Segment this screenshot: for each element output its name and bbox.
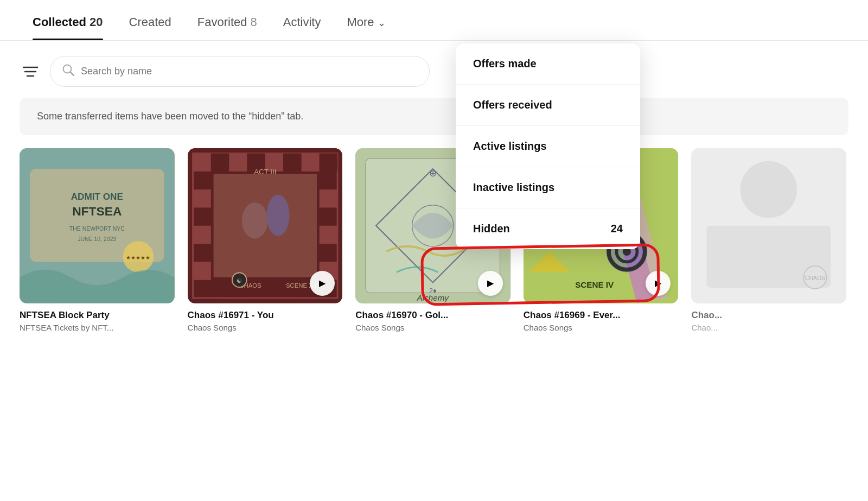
info-banner: Some transferred items have been moved t… [20, 98, 848, 135]
svg-rect-18 [301, 154, 319, 172]
svg-line-4 [71, 72, 74, 76]
play-button-4[interactable]: ▶ [646, 271, 671, 296]
nft-card-5[interactable]: CHAOS Chao... Chao... [691, 148, 846, 332]
tab-more-label: More [347, 15, 374, 29]
nft-card-2[interactable]: ACT III CHAOS SCENE XII ☯ ▶ Chaos #16971… [188, 148, 343, 332]
offers-received-label: Offers received [473, 99, 552, 111]
tab-activity-label: Activity [283, 15, 321, 29]
svg-rect-19 [210, 154, 228, 172]
svg-text:ACT III: ACT III [254, 168, 276, 176]
nav-tabs: Collected20 Created Favorited8 Activity … [0, 0, 868, 41]
nft-card-1[interactable]: ADMIT ONE NFTSEA THE NEWPORT NYC JUNE 10… [20, 148, 175, 332]
svg-rect-21 [283, 154, 301, 172]
svg-rect-15 [193, 154, 210, 172]
svg-rect-22 [319, 154, 337, 172]
dropdown-item-inactive-listings[interactable]: Inactive listings [456, 167, 640, 208]
svg-text:NFTSEA: NFTSEA [72, 204, 122, 218]
dropdown-item-offers-received[interactable]: Offers received [456, 85, 640, 126]
tab-created[interactable]: Created [116, 0, 184, 40]
svg-text:THE NEWPORT NYC: THE NEWPORT NYC [69, 226, 125, 232]
search-icon [62, 64, 74, 79]
tab-collected-label: Collected [33, 15, 86, 29]
tab-more[interactable]: More⌄ [334, 0, 398, 40]
info-banner-text: Some transferred items have been moved t… [37, 111, 303, 122]
hidden-badge: 24 [611, 223, 623, 235]
tab-favorited[interactable]: Favorited8 [184, 0, 270, 40]
svg-text:Alchemy: Alchemy [417, 293, 450, 302]
svg-rect-27 [193, 226, 210, 244]
play-button-2[interactable]: ▶ [310, 271, 335, 296]
svg-point-56 [741, 161, 797, 218]
svg-point-32 [266, 195, 289, 236]
play-button-3[interactable]: ▶ [478, 271, 503, 296]
svg-point-31 [242, 202, 268, 239]
tab-collected[interactable]: Collected20 [20, 0, 116, 40]
nft-image-5: CHAOS [691, 148, 846, 303]
nft-subtitle-5: Chao... [691, 323, 846, 332]
svg-text:SCENE IV: SCENE IV [575, 280, 614, 289]
chevron-down-icon: ⌄ [378, 17, 386, 29]
search-box [50, 56, 430, 87]
nft-title-4: Chaos #16969 - Ever... [524, 310, 679, 321]
svg-text:CHAOS: CHAOS [805, 275, 825, 281]
offers-made-label: Offers made [473, 58, 537, 70]
filter-button[interactable] [20, 61, 41, 83]
svg-text:ADMIT ONE: ADMIT ONE [71, 191, 123, 202]
nft-subtitle-3: Chaos Songs [355, 323, 510, 332]
svg-rect-26 [193, 189, 210, 207]
inactive-listings-label: Inactive listings [473, 181, 554, 194]
search-row [0, 41, 868, 98]
nft-title-5: Chao... [691, 310, 846, 321]
tab-created-label: Created [129, 15, 171, 29]
svg-rect-24 [319, 226, 337, 244]
active-listings-label: Active listings [473, 140, 547, 153]
search-input[interactable] [81, 66, 417, 77]
svg-text:★★★★★: ★★★★★ [126, 255, 150, 261]
nft-grid: ADMIT ONE NFTSEA THE NEWPORT NYC JUNE 10… [0, 148, 868, 332]
tab-collected-badge: 20 [90, 15, 103, 29]
svg-text:JUNE 10, 2023: JUNE 10, 2023 [78, 236, 116, 242]
nft-image-2: ACT III CHAOS SCENE XII ☯ ▶ [188, 148, 343, 303]
nft-image-1: ADMIT ONE NFTSEA THE NEWPORT NYC JUNE 10… [20, 148, 175, 303]
nft-title-1: NFTSEA Block Party [20, 310, 175, 321]
dropdown-item-active-listings[interactable]: Active listings [456, 126, 640, 167]
nft-title-2: Chaos #16971 - You [188, 310, 343, 321]
nft-subtitle-4: Chaos Songs [524, 323, 679, 332]
svg-text:☯: ☯ [237, 277, 242, 284]
tab-favorited-label: Favorited [197, 15, 247, 29]
dropdown-item-offers-made[interactable]: Offers made [456, 43, 640, 85]
nft-subtitle-1: NFTSEA Tickets by NFT... [20, 323, 175, 332]
dropdown-item-hidden[interactable]: Hidden 24 [456, 208, 640, 249]
svg-text:⊕: ⊕ [429, 168, 437, 179]
nft-subtitle-2: Chaos Songs [188, 323, 343, 332]
more-dropdown: Offers made Offers received Active listi… [456, 43, 640, 249]
tab-favorited-badge: 8 [251, 15, 257, 29]
nft-title-3: Chaos #16970 - Gol... [355, 310, 510, 321]
svg-rect-28 [193, 262, 210, 280]
svg-rect-23 [319, 189, 337, 207]
svg-rect-16 [229, 154, 247, 172]
tab-activity[interactable]: Activity [270, 0, 334, 40]
hidden-label: Hidden [473, 223, 510, 235]
